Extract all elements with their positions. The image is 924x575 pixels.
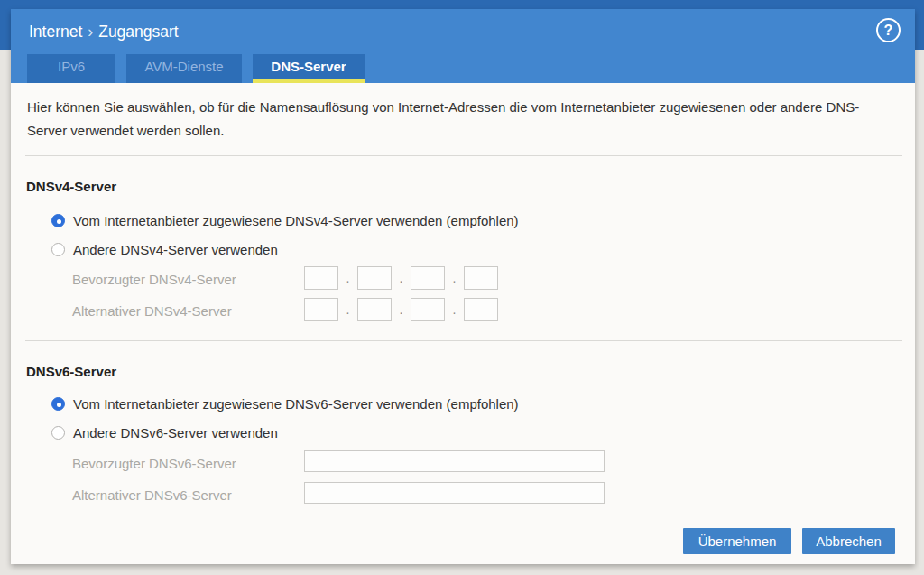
dnsv4-preferred-octet-2[interactable] [357, 266, 392, 290]
dnsv6-alternative-input[interactable] [304, 482, 605, 504]
help-icon[interactable]: ? [876, 18, 901, 42]
radio-selected-icon[interactable] [51, 397, 65, 411]
apply-button[interactable]: Übernehmen [683, 528, 791, 554]
dnsv4-alternative-octet-2[interactable] [357, 298, 392, 321]
dnsv4-preferred-octet-1[interactable] [304, 266, 338, 290]
breadcrumb-internet[interactable]: Internet [29, 23, 82, 41]
page: Internet›Zugangsart ? IPv6 AVM-Dienste D… [0, 0, 924, 575]
cancel-button[interactable]: Abbrechen [802, 528, 895, 554]
breadcrumb-separator: › [82, 23, 98, 41]
dnsv6-preferred-label: Bevorzugter DNSv6-Server [72, 456, 236, 471]
radio-unselected-icon[interactable] [51, 426, 65, 440]
radio-unselected-icon[interactable] [51, 243, 65, 256]
dnsv4-preferred-input-group: . . . [304, 266, 498, 290]
dnsv4-preferred-label: Bevorzugter DNSv4-Server [72, 272, 236, 287]
content-card: Internet›Zugangsart ? IPv6 AVM-Dienste D… [11, 9, 915, 564]
dnsv4-radio-provider[interactable]: Vom Internetanbieter zugewiesene DNSv4-S… [51, 213, 519, 228]
dnsv4-preferred-octet-3[interactable] [411, 266, 445, 290]
octet-separator: . [338, 271, 357, 285]
tab-ipv6[interactable]: IPv6 [27, 54, 116, 83]
dnsv4-alternative-octet-3[interactable] [411, 298, 445, 321]
tab-dns-server[interactable]: DNS-Server [253, 54, 365, 83]
breadcrumb: Internet›Zugangsart [29, 23, 179, 42]
dnsv4-alternative-input-group: . . . [304, 298, 498, 321]
page-description: Hier können Sie auswählen, ob für die Na… [27, 96, 892, 143]
dnsv4-alternative-octet-4[interactable] [464, 298, 498, 321]
breadcrumb-zugangsart: Zugangsart [98, 23, 179, 41]
footer-divider [11, 515, 915, 515]
octet-separator: . [392, 271, 411, 285]
dnsv4-alternative-label: Alternativer DNSv4-Server [72, 303, 232, 319]
divider [25, 340, 902, 341]
dnsv4-preferred-octet-4[interactable] [464, 266, 498, 290]
dnsv6-radio-provider-label: Vom Internetanbieter zugewiesene DNSv6-S… [73, 396, 519, 412]
dnsv6-radio-provider[interactable]: Vom Internetanbieter zugewiesene DNSv6-S… [51, 396, 519, 412]
tab-avm-dienste[interactable]: AVM-Dienste [126, 54, 242, 83]
octet-separator: . [338, 302, 357, 317]
octet-separator: . [445, 302, 464, 317]
dnsv6-heading: DNSv6-Server [26, 364, 116, 379]
dnsv6-radio-other-label: Andere DNSv6-Server verwenden [73, 425, 278, 441]
dnsv4-radio-provider-label: Vom Internetanbieter zugewiesene DNSv4-S… [73, 213, 519, 228]
dnsv6-alternative-label: Alternativer DNSv6-Server [72, 487, 232, 503]
dnsv4-heading: DNSv4-Server [26, 179, 116, 194]
card-header: Internet›Zugangsart ? IPv6 AVM-Dienste D… [11, 9, 915, 83]
tab-bar: IPv6 AVM-Dienste DNS-Server [27, 54, 365, 83]
dnsv4-radio-other-label: Andere DNSv4-Server verwenden [73, 242, 278, 257]
divider [25, 155, 902, 156]
dnsv6-preferred-input[interactable] [304, 450, 605, 472]
dnsv4-radio-other[interactable]: Andere DNSv4-Server verwenden [51, 242, 278, 257]
octet-separator: . [392, 302, 411, 317]
octet-separator: . [445, 271, 464, 285]
radio-selected-icon[interactable] [51, 214, 65, 227]
dnsv4-alternative-octet-1[interactable] [304, 298, 338, 321]
dnsv6-radio-other[interactable]: Andere DNSv6-Server verwenden [51, 425, 278, 441]
